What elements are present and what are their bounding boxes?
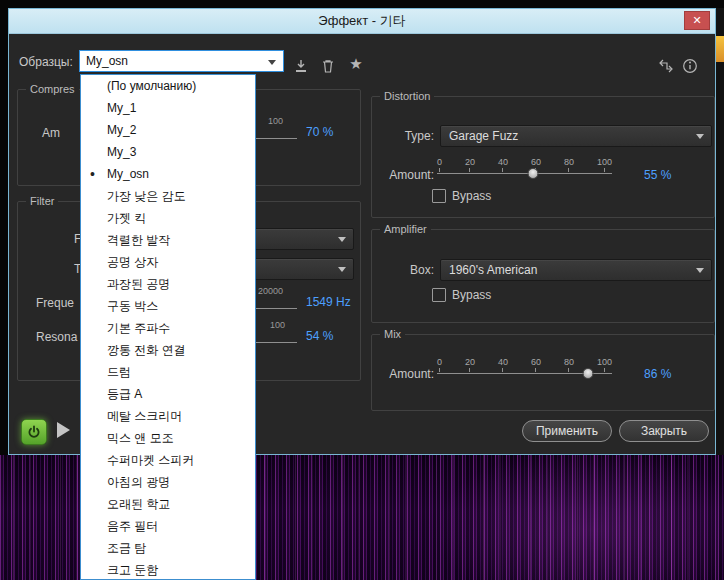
screen: { "titlebar": { "title": "Эффект - 기타", … bbox=[0, 0, 724, 580]
tick-label: 100 bbox=[597, 157, 612, 172]
tick-label: 100 bbox=[597, 357, 612, 372]
preset-option[interactable]: 아침의 광명 bbox=[81, 471, 255, 493]
preset-option[interactable]: My_2 bbox=[81, 119, 255, 141]
preset-option[interactable]: 과장된 공명 bbox=[81, 273, 255, 295]
close-dialog-button[interactable]: Закрыть bbox=[619, 420, 709, 442]
save-preset-button[interactable] bbox=[292, 57, 310, 75]
preset-combobox[interactable]: My_osn bbox=[79, 50, 284, 72]
chevron-down-icon bbox=[338, 267, 346, 272]
dialog-titlebar[interactable]: Эффект - 기타 ✕ bbox=[9, 9, 715, 34]
group-amplifier: Amplifier Box: 1960's American Bypass bbox=[371, 229, 715, 323]
rack-icon bbox=[658, 58, 674, 74]
bypass-checkbox[interactable] bbox=[432, 189, 446, 203]
info-icon bbox=[682, 58, 698, 74]
compressor-amount-label: Am bbox=[42, 126, 60, 140]
bypass-checkbox[interactable] bbox=[432, 288, 446, 302]
preset-option[interactable]: 가장 낮은 감도 bbox=[81, 185, 255, 207]
preset-option[interactable]: 기본 주파수 bbox=[81, 317, 255, 339]
preset-option[interactable]: 믹스 앤 모조 bbox=[81, 427, 255, 449]
amplifier-box-label: Box: bbox=[372, 259, 434, 281]
distortion-amount-slider[interactable]: 020406080100 bbox=[437, 157, 612, 181]
frequency-value: 1549 Hz bbox=[306, 291, 351, 313]
tick-label: 0 bbox=[437, 157, 442, 172]
slider-track[interactable] bbox=[437, 173, 612, 174]
tick-label: 60 bbox=[531, 357, 541, 372]
chevron-down-icon bbox=[696, 134, 704, 139]
distortion-bypass-row[interactable]: Bypass bbox=[432, 189, 491, 203]
group-title: Compres bbox=[26, 83, 79, 95]
close-button-label: Закрыть bbox=[641, 424, 687, 438]
preset-option[interactable]: 공명 상자 bbox=[81, 251, 255, 273]
preset-option[interactable]: 수퍼마켓 스피커 bbox=[81, 449, 255, 471]
distortion-type-label: Type: bbox=[372, 125, 434, 147]
preset-combobox-value: My_osn bbox=[86, 54, 128, 68]
power-icon bbox=[27, 425, 41, 439]
mix-amount-label: Amount: bbox=[372, 363, 434, 385]
bypass-label: Bypass bbox=[452, 189, 491, 203]
effect-power-toggle[interactable] bbox=[21, 419, 47, 445]
chevron-down-icon bbox=[338, 237, 346, 242]
presets-label: Образцы: bbox=[19, 55, 73, 69]
preset-option[interactable]: (По умолчанию) bbox=[81, 75, 255, 97]
preset-option[interactable]: 가젯 킥 bbox=[81, 207, 255, 229]
background-edge bbox=[716, 8, 724, 455]
mix-amount-value: 86 % bbox=[644, 363, 671, 385]
dialog-title: Эффект - 기타 bbox=[318, 12, 405, 30]
preset-option[interactable]: 깡통 전화 연결 bbox=[81, 339, 255, 361]
distortion-type-select[interactable]: Garage Fuzz bbox=[440, 125, 712, 147]
amplifier-box-select[interactable]: 1960's American bbox=[440, 259, 712, 281]
tick-label: 80 bbox=[564, 357, 574, 372]
rack-button[interactable] bbox=[657, 57, 675, 75]
preset-option[interactable]: 메탈 스크리머 bbox=[81, 405, 255, 427]
tick-label: 40 bbox=[498, 357, 508, 372]
save-preset-icon bbox=[293, 58, 309, 74]
resonance-value: 54 % bbox=[306, 325, 333, 347]
resonance-label: Resona bbox=[36, 330, 77, 344]
preset-option[interactable]: My_3 bbox=[81, 141, 255, 163]
preset-option[interactable]: 음주 필터 bbox=[81, 515, 255, 537]
tick-label: 80 bbox=[564, 157, 574, 172]
delete-preset-icon bbox=[320, 58, 336, 74]
waveform-accent bbox=[716, 36, 724, 62]
chevron-down-icon bbox=[268, 60, 276, 65]
chevron-down-icon bbox=[696, 268, 704, 273]
slider-ticks: 020406080100 bbox=[437, 157, 612, 172]
distortion-amount-value: 55 % bbox=[644, 164, 671, 186]
slider-knob[interactable] bbox=[528, 168, 539, 179]
apply-button[interactable]: Применить bbox=[522, 420, 612, 442]
group-distortion: Distortion Type: Garage Fuzz Amount: 020… bbox=[371, 96, 715, 218]
preset-option[interactable]: 격렬한 발작 bbox=[81, 229, 255, 251]
group-title: Distortion bbox=[380, 90, 434, 102]
compressor-scale-label: 100 bbox=[268, 116, 283, 126]
preset-option[interactable]: 오래된 학교 bbox=[81, 493, 255, 515]
preset-option[interactable]: My_1 bbox=[81, 97, 255, 119]
preset-option[interactable]: 등급 A bbox=[81, 383, 255, 405]
delete-preset-button[interactable] bbox=[319, 57, 337, 75]
frequency-scale-label: 20000 bbox=[258, 286, 283, 296]
preset-option[interactable]: 크고 둔함 bbox=[81, 559, 255, 580]
amplifier-box-value: 1960's American bbox=[449, 263, 537, 277]
close-button[interactable]: ✕ bbox=[684, 11, 710, 30]
preview-play-button[interactable] bbox=[57, 422, 70, 438]
favorite-button[interactable]: ★ bbox=[347, 55, 365, 73]
bypass-label: Bypass bbox=[452, 288, 491, 302]
amplifier-bypass-row[interactable]: Bypass bbox=[432, 288, 491, 302]
preset-option[interactable]: 구동 박스 bbox=[81, 295, 255, 317]
resonance-scale-label: 100 bbox=[270, 320, 285, 330]
info-button[interactable] bbox=[681, 57, 699, 75]
distortion-type-value: Garage Fuzz bbox=[449, 129, 518, 143]
mix-amount-slider[interactable]: 020406080100 bbox=[437, 357, 612, 381]
close-icon: ✕ bbox=[692, 14, 701, 27]
slider-knob[interactable] bbox=[582, 368, 593, 379]
group-mix: Mix Amount: 020406080100 86 % bbox=[371, 334, 715, 411]
group-title: Filter bbox=[26, 195, 58, 207]
preset-dropdown-list[interactable]: (По умолчанию)My_1My_2My_3My_osn가장 낮은 감도… bbox=[80, 74, 256, 580]
preset-option[interactable]: 조금 탐 bbox=[81, 537, 255, 559]
distortion-amount-label: Amount: bbox=[372, 164, 434, 186]
preset-option[interactable]: 드럼 bbox=[81, 361, 255, 383]
preset-option[interactable]: My_osn bbox=[81, 163, 255, 185]
frequency-label: Freque bbox=[36, 296, 74, 310]
tick-label: 20 bbox=[465, 157, 475, 172]
tick-label: 0 bbox=[437, 357, 442, 372]
favorite-star-icon: ★ bbox=[349, 55, 362, 73]
